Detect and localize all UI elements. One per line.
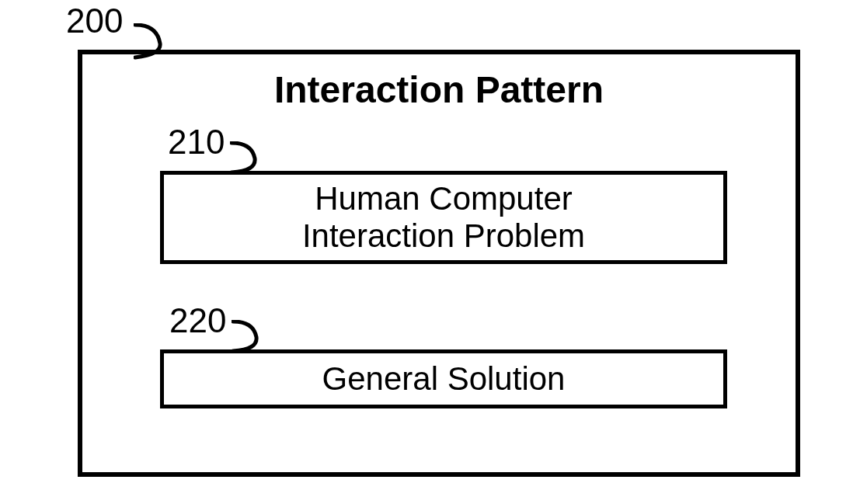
diagram-canvas: 200 Interaction Pattern 210 Human Comput… <box>0 0 867 504</box>
problem-ref-label: 210 <box>168 123 225 162</box>
interaction-pattern-box: Interaction Pattern 210 Human ComputerIn… <box>78 50 800 477</box>
solution-text: General Solution <box>322 360 566 398</box>
outer-ref-label: 200 <box>66 2 123 40</box>
interaction-pattern-title: Interaction Pattern <box>82 68 796 111</box>
problem-text: Human ComputerInteraction Problem <box>302 180 585 255</box>
solution-ref-label: 220 <box>169 301 226 340</box>
solution-box: General Solution <box>160 349 727 408</box>
problem-box: Human ComputerInteraction Problem <box>160 171 727 264</box>
